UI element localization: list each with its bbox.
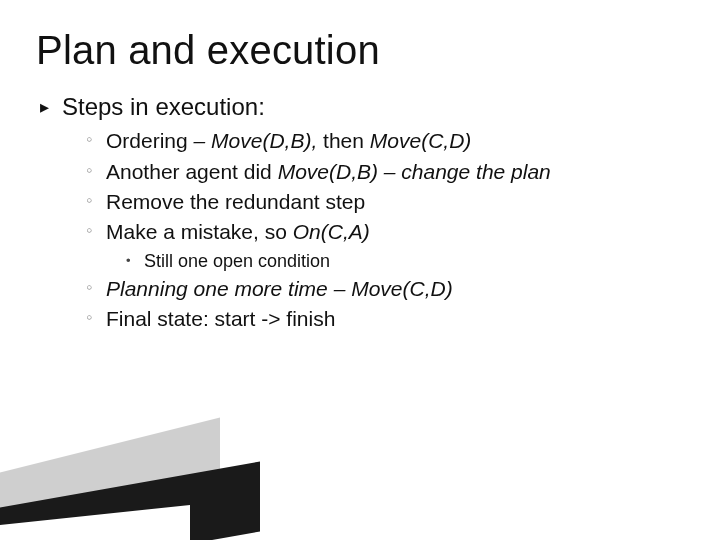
- bullet-lvl2-icon: ◦: [86, 127, 106, 155]
- slide-title: Plan and execution: [36, 28, 684, 73]
- slide: Plan and execution ▸ Steps in execution:…: [0, 0, 720, 540]
- list-item-text: Ordering – Move(D,B), then Move(C,D): [106, 127, 684, 155]
- text-run-italic: Move(D,B) – change the plan: [278, 160, 551, 183]
- text-run: Ordering: [106, 129, 194, 152]
- bullet-lvl2-icon: ◦: [86, 188, 106, 216]
- sub-list-item-text: Still one open condition: [144, 249, 684, 273]
- list-item-text: Remove the redundant step: [106, 188, 684, 216]
- list-item: ◦ Ordering – Move(D,B), then Move(C,D): [86, 127, 684, 155]
- list-item: ◦ Another agent did Move(D,B) – change t…: [86, 158, 684, 186]
- list-item-text: Another agent did Move(D,B) – change the…: [106, 158, 684, 186]
- text-run: Another agent did: [106, 160, 278, 183]
- text-run-italic: – Move(D,B),: [194, 129, 324, 152]
- list-item-text: Final state: start -> finish: [106, 305, 684, 333]
- bullet-lvl1-icon: ▸: [40, 91, 62, 123]
- text-run: then: [323, 129, 370, 152]
- list-item: ◦ Final state: start -> finish: [86, 305, 684, 333]
- list-item: ◦ Make a mistake, so On(C,A): [86, 218, 684, 246]
- text-run: Make a mistake, so: [106, 220, 293, 243]
- bullet-lvl2-icon: ◦: [86, 218, 106, 246]
- list-item-text-italic: Planning one more time – Move(C,D): [106, 275, 684, 303]
- slide-body: ▸ Steps in execution: ◦ Ordering – Move(…: [36, 91, 684, 334]
- list-item-text: Make a mistake, so On(C,A): [106, 218, 684, 246]
- bullet-lvl2-icon: ◦: [86, 158, 106, 186]
- bullet-lvl3-icon: •: [126, 249, 144, 273]
- text-run-italic: On(C,A): [293, 220, 370, 243]
- list-item: ◦ Remove the redundant step: [86, 188, 684, 216]
- bullet-lvl2-icon: ◦: [86, 275, 106, 303]
- section-heading-row: ▸ Steps in execution:: [40, 91, 684, 123]
- list-item: ◦ Planning one more time – Move(C,D): [86, 275, 684, 303]
- section-heading: Steps in execution:: [62, 91, 684, 123]
- text-run-italic: Move(C,D): [370, 129, 472, 152]
- sub-list-item: • Still one open condition: [126, 249, 684, 273]
- bullet-lvl2-icon: ◦: [86, 305, 106, 333]
